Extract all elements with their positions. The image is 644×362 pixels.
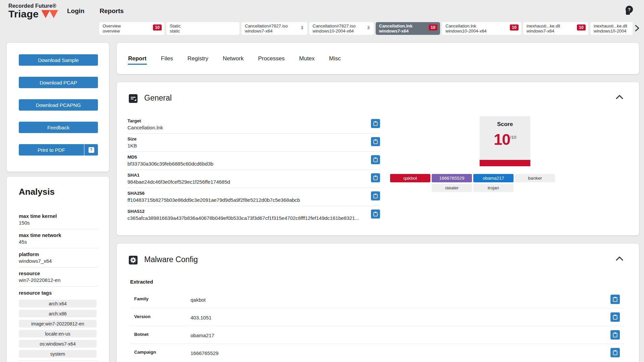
field-value: 1KB [127, 143, 137, 148]
tab-subtitle: windows7-x64 [245, 28, 304, 34]
analysis-row: platform windows7_x64 [19, 248, 98, 267]
gear-icon [129, 256, 138, 264]
tag-botnet[interactable]: obama217 [473, 174, 514, 182]
tab-title: Cancellation.lnk [379, 23, 437, 28]
nav-login[interactable]: Login [67, 7, 85, 15]
general-title: General [144, 94, 172, 103]
copy-icon[interactable] [371, 155, 380, 164]
config-label: Botnet [134, 332, 149, 337]
resource-tag[interactable]: arch:x86 [19, 310, 97, 317]
analysis-row: max time network 45s [19, 229, 98, 248]
tab-subtitle: windows7-x64 [379, 28, 437, 34]
copy-icon[interactable] [371, 209, 380, 219]
field-value: 150s [19, 220, 98, 226]
sample-tab-strip: Overview overview 10 Static static Cance… [99, 22, 633, 35]
resource-tag[interactable]: locale:en-us [19, 330, 97, 338]
field-label: SHA1 [127, 173, 140, 178]
analysis-panel: Analysis max time kernel 150s max time n… [7, 177, 109, 362]
sample-tab-iso-win10[interactable]: Cancellation#7827.iso windows10-2004-x64… [309, 22, 374, 35]
download-pcap-button[interactable]: Download PCAP [19, 77, 98, 88]
triage-logo-icon [41, 10, 59, 18]
count-badge: 3 [301, 25, 303, 30]
sample-tab-static[interactable]: Static static [166, 22, 239, 35]
tab-mutex[interactable]: Mutex [299, 53, 315, 65]
tag-trojan[interactable]: trojan [473, 184, 514, 192]
tab-report[interactable]: Report [128, 53, 147, 65]
resource-tag[interactable]: image:win7-20220812-en [19, 320, 97, 327]
collapse-malware-config-icon[interactable] [615, 254, 624, 263]
field-row-sha512: SHA512 c365afca389816639a437b836a40678b0… [127, 206, 380, 224]
tag-campaign[interactable]: 1666765529 [432, 174, 472, 182]
copy-icon[interactable] [371, 119, 380, 128]
submitted-row: submitted 26-10-2022 18:37 [19, 360, 98, 362]
help-feedback-icon[interactable]: ? [624, 5, 634, 16]
tab-subtitle: static [170, 28, 236, 34]
tab-registry[interactable]: Registry [187, 53, 209, 65]
tab-scroll-right-icon[interactable] [633, 24, 641, 33]
sample-tab-dll-win7[interactable]: inexhausti...ke.dll windows7-x64 10 [523, 22, 588, 35]
tab-files[interactable]: Files [161, 53, 173, 65]
copy-icon[interactable] [610, 312, 620, 322]
svg-text:?: ? [628, 7, 631, 12]
tag-stealer[interactable]: stealer [432, 184, 472, 192]
download-sample-button[interactable]: Download Sample [19, 54, 98, 66]
config-value: obama217 [191, 333, 214, 338]
tab-misc[interactable]: Misc [329, 53, 341, 65]
sample-tab-dll-win10[interactable]: inexhausti...ke.dll windows10-2004 [590, 22, 633, 35]
copy-icon[interactable] [371, 173, 380, 182]
sample-tab-overview[interactable]: Overview overview 10 [99, 22, 164, 35]
tab-processes[interactable]: Processes [258, 53, 285, 65]
field-value: Cancellation.lnk [127, 125, 163, 130]
nav-reports[interactable]: Reports [100, 7, 124, 15]
resource-tag[interactable]: system [19, 350, 97, 358]
field-row-sha256: SHA256 ff10483715b8275b03e86dd9c3e2091ae… [127, 188, 380, 206]
tab-title: Cancellation#7827.iso [245, 23, 304, 28]
score-card: Score 10/10 [480, 116, 530, 166]
config-row-botnet: Botnet obama217 [130, 326, 624, 344]
print-to-pdf-button[interactable]: Print to PDF ? [19, 144, 98, 156]
tab-title: inexhausti...ke.dll [527, 23, 585, 28]
tab-title: Cancellation#7827.iso [313, 23, 370, 28]
download-pcapng-button[interactable]: Download PCAPNG [19, 99, 98, 111]
resource-tag[interactable]: os:windows7-x64 [19, 340, 97, 348]
sample-tab-lnk-win7-active[interactable]: Cancellation.lnk windows7-x64 10 [376, 22, 440, 35]
triage-logo[interactable]: Recorded Future® Triage [8, 3, 59, 19]
tab-network[interactable]: Network [222, 53, 244, 65]
resource-tag[interactable]: arch:x64 [19, 300, 97, 307]
feedback-button[interactable]: Feedback [19, 122, 98, 133]
copy-icon[interactable] [610, 295, 620, 304]
config-value: 1666765529 [191, 350, 218, 356]
count-badge: 3 [367, 25, 370, 30]
tab-title: Overview [103, 23, 161, 28]
tag-banker[interactable]: banker [515, 174, 555, 182]
field-label: SHA256 [127, 191, 145, 196]
collapse-general-icon[interactable] [615, 93, 624, 102]
analysis-title: Analysis [19, 187, 55, 197]
sample-tab-lnk-win10[interactable]: Cancellation.lnk windows10-2004-x64 10 [442, 22, 521, 35]
field-value: c365afca389816639a437b836a40678b049ef0b5… [127, 215, 359, 221]
field-value: windows7_x64 [19, 258, 98, 264]
sample-tab-iso-win7[interactable]: Cancellation#7827.iso windows7-x64 3 [241, 22, 307, 35]
tag-qakbot[interactable]: qakbot [390, 174, 430, 182]
print-to-pdf-label: Print to PDF [19, 147, 84, 153]
tab-title: inexhausti...ke.dll [594, 23, 630, 28]
print-pdf-help-icon[interactable]: ? [84, 144, 98, 156]
field-label: Size [127, 136, 137, 141]
config-label: Version [134, 314, 151, 319]
copy-icon[interactable] [371, 191, 380, 200]
analysis-row: resource win7-20220812-en [19, 267, 98, 287]
field-row-size: Size 1KB [127, 134, 380, 152]
signature-tags: qakbot 1666765529 obama217 banker steale… [390, 174, 555, 192]
malware-config-section: Malware Config Extracted Family qakbot V… [117, 244, 639, 362]
field-value: 45s [19, 239, 98, 245]
field-label: resource [19, 270, 98, 276]
score-bar [480, 160, 530, 166]
copy-icon[interactable] [610, 348, 620, 357]
config-label: Family [134, 296, 149, 301]
score-label: Score [480, 121, 530, 128]
analysis-row: max time kernel 150s [19, 210, 98, 229]
field-row-target: Target Cancellation.lnk [127, 116, 380, 134]
general-section: General Target Cancellation.lnk Size 1KB… [117, 82, 639, 235]
copy-icon[interactable] [371, 137, 380, 146]
copy-icon[interactable] [610, 330, 620, 340]
